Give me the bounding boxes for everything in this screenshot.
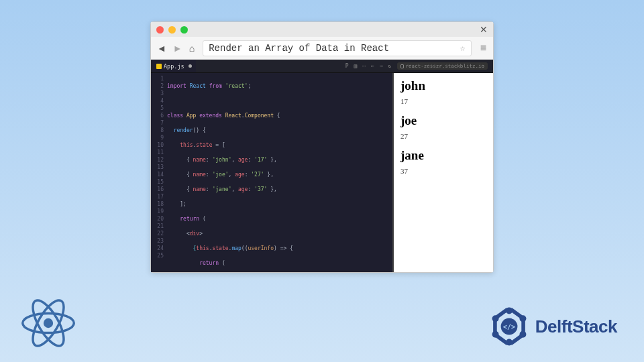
file-tab-appjs[interactable]: App.js bbox=[152, 60, 196, 72]
more-icon[interactable]: ⋯ bbox=[362, 63, 366, 69]
code-content[interactable]: import React from 'react'; class App ext… bbox=[167, 73, 392, 272]
nav-forward-icon[interactable]: → bbox=[380, 63, 383, 69]
split-icon[interactable]: ▥ bbox=[354, 63, 357, 69]
home-button[interactable]: ⌂ bbox=[187, 42, 197, 55]
editor-tab-bar: App.js P ▥ ⋯ ← → ↻ react-zesszr.stackbli… bbox=[151, 60, 493, 73]
delftstack-brand-text: DelftStack bbox=[535, 316, 617, 337]
delftstack-badge-icon: </> bbox=[488, 306, 530, 347]
format-icon[interactable]: P bbox=[345, 63, 349, 69]
forward-button[interactable]: ► bbox=[171, 42, 184, 55]
nav-back-icon[interactable]: ← bbox=[371, 63, 374, 69]
editor-body: 1234567891011121314151617181920212223242… bbox=[151, 73, 493, 272]
preview-heading: joe bbox=[400, 113, 486, 128]
close-icon[interactable]: ✕ bbox=[480, 24, 488, 35]
preview-url[interactable]: react-zesszr.stackblitz.io bbox=[397, 62, 488, 70]
close-window-button[interactable] bbox=[156, 26, 164, 34]
line-gutter: 1234567891011121314151617181920212223242… bbox=[151, 73, 167, 272]
delftstack-logo: </> DelftStack bbox=[488, 306, 617, 347]
lock-icon bbox=[400, 64, 404, 68]
editor-area: App.js P ▥ ⋯ ← → ↻ react-zesszr.stackbli… bbox=[151, 60, 493, 272]
browser-window: ✕ ◄ ► ⌂ Render an Array of Data in React… bbox=[150, 21, 494, 273]
svg-text:</>: </> bbox=[503, 323, 515, 330]
svg-point-0 bbox=[44, 318, 53, 328]
page-title: Render an Array of Data in React bbox=[209, 43, 460, 54]
menu-button[interactable]: ≡ bbox=[478, 41, 489, 56]
preview-url-text: react-zesszr.stackblitz.io bbox=[406, 63, 484, 69]
preview-heading: john bbox=[400, 78, 486, 93]
code-panel[interactable]: 1234567891011121314151617181920212223242… bbox=[151, 73, 392, 272]
minimize-window-button[interactable] bbox=[168, 26, 176, 34]
maximize-window-button[interactable] bbox=[180, 26, 188, 34]
reload-icon[interactable]: ↻ bbox=[388, 63, 392, 69]
js-file-icon bbox=[156, 64, 162, 69]
preview-text: 37 bbox=[400, 167, 486, 175]
unsaved-indicator-icon bbox=[189, 64, 192, 68]
preview-text: 17 bbox=[400, 97, 486, 105]
file-tab-label: App.js bbox=[164, 63, 184, 70]
preview-panel: john 17 joe 27 jane 37 bbox=[392, 73, 493, 272]
tab-actions: P ▥ ⋯ ← → ↻ react-zesszr.stackblitz.io bbox=[345, 62, 492, 70]
preview-heading: jane bbox=[400, 148, 486, 163]
address-bar[interactable]: Render an Array of Data in React ☆ bbox=[203, 40, 471, 56]
titlebar: ✕ bbox=[151, 22, 493, 37]
react-logo-icon bbox=[21, 296, 75, 350]
preview-text: 27 bbox=[400, 132, 486, 140]
back-button[interactable]: ◄ bbox=[155, 42, 168, 55]
navigation-bar: ◄ ► ⌂ Render an Array of Data in React ☆… bbox=[151, 37, 493, 60]
window-controls bbox=[156, 26, 188, 34]
bookmark-icon[interactable]: ☆ bbox=[460, 43, 466, 54]
